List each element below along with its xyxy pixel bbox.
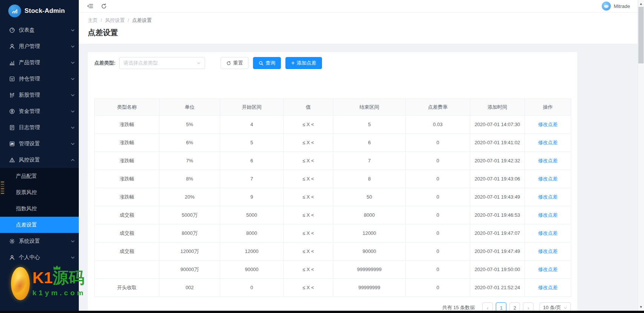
cell-type: 成交额 (95, 224, 159, 242)
edit-spread-link[interactable]: 修改点差 (538, 176, 558, 182)
table-row: 涨跌幅5%4≤ X <50.032020-07-01 14:07:30修改点差 (95, 116, 571, 134)
cell-start: 7 (220, 170, 284, 188)
edge-mini-widget[interactable] (0, 180, 5, 195)
cell-time: 2020-07-01 21:52:24 (470, 279, 525, 297)
cell-start: 90000 (220, 261, 284, 279)
window-bottom-edge (0, 311, 644, 313)
column-header: 点差费率 (406, 99, 470, 116)
edit-spread-link[interactable]: 修改点差 (538, 158, 558, 163)
cell-type: 成交额 (95, 206, 159, 224)
cell-type: 成交额 (95, 242, 159, 261)
edit-spread-link[interactable]: 修改点差 (538, 248, 558, 254)
cell-type: 涨跌幅 (95, 134, 159, 152)
cell-fee: 0 (406, 224, 470, 242)
column-header: 开始区间 (220, 99, 284, 116)
cell-unit: 90000万 (159, 261, 220, 279)
cell-start: 4 (220, 116, 284, 134)
column-header: 值 (284, 99, 333, 116)
breadcrumb-home[interactable]: 主页 (88, 17, 98, 23)
sidebar-subitem-spread-settings[interactable]: 点差设置 (0, 217, 79, 233)
scroll-down-arrow-icon[interactable]: ▼ (638, 304, 644, 310)
edit-spread-link[interactable]: 修改点差 (538, 194, 558, 200)
cell-unit: 8% (159, 170, 220, 188)
cell-cond: ≤ X < (284, 170, 333, 188)
sidebar-item-dashboard[interactable]: 仪表盘 (0, 22, 79, 38)
cell-action: 修改点差 (525, 152, 571, 170)
cell-time: 2020-07-01 19:43:06 (470, 170, 525, 188)
column-header: 单位 (159, 99, 220, 116)
chevron-down-icon (71, 239, 75, 244)
sidebar-item-profile[interactable]: 个人中心 (0, 249, 79, 265)
cell-end: 7 (333, 152, 406, 170)
search-button[interactable]: 查询 (253, 57, 281, 69)
reset-button[interactable]: 重置 (221, 57, 248, 69)
sidebar-item-users[interactable]: 用户管理 (0, 38, 79, 54)
refresh-icon[interactable] (100, 2, 107, 10)
cell-end: 12000 (333, 224, 406, 242)
cell-cond: ≤ X < (284, 242, 333, 261)
spread-table: 类型名称单位开始区间值结束区间点差费率添加时间操作 涨跌幅5%4≤ X <50.… (94, 99, 571, 297)
cell-fee: 0 (406, 188, 470, 206)
cell-unit: 6% (159, 134, 220, 152)
breadcrumb-risk-settings[interactable]: 风控设置 (105, 17, 125, 23)
collapse-sidebar-icon[interactable] (86, 2, 94, 10)
cell-action: 修改点差 (525, 134, 571, 152)
table-row: 涨跌幅20%9≤ X <5002020-07-01 19:43:49修改点差 (95, 188, 571, 206)
edit-spread-link[interactable]: 修改点差 (538, 212, 558, 218)
cell-fee: 0 (406, 170, 470, 188)
cell-end: 90000 (333, 242, 406, 261)
cell-action: 修改点差 (525, 116, 571, 134)
users-icon (9, 43, 15, 49)
column-header: 类型名称 (95, 99, 159, 116)
user-avatar[interactable] (602, 2, 611, 11)
sidebar-subitem-stock-risk[interactable]: 股票风控 (0, 184, 79, 200)
cell-end: 50 (333, 188, 406, 206)
cell-unit: 8000万 (159, 224, 220, 242)
column-header: 操作 (525, 99, 571, 116)
cell-fee: 0 (406, 134, 470, 152)
sidebar-item-funds[interactable]: 资金管理 (0, 103, 79, 119)
chevron-down-icon (563, 306, 567, 310)
app-title: Stock-Admin (25, 7, 65, 15)
edit-spread-link[interactable]: 修改点差 (538, 230, 558, 236)
edit-spread-link[interactable]: 修改点差 (538, 122, 558, 127)
cell-end: 8 (333, 170, 406, 188)
sidebar-item-risk-settings[interactable]: 风控设置 (0, 152, 79, 168)
sidebar-item-system-settings[interactable]: 系统设置 (0, 233, 79, 249)
filter-bar: 点差类型: 请选择点差类型 重置 查询 + 添加点差 (94, 57, 571, 69)
ipo-candles-icon (9, 92, 15, 98)
edit-spread-link[interactable]: 修改点差 (538, 285, 558, 290)
column-header: 结束区间 (333, 99, 406, 116)
edit-spread-link[interactable]: 修改点差 (538, 140, 558, 145)
cell-fee: 0 (406, 261, 470, 279)
funds-dollar-icon (9, 108, 15, 114)
stock-logo-icon (8, 5, 21, 17)
scrollbar-thumb[interactable] (638, 7, 644, 63)
username[interactable]: Mitrade (614, 3, 630, 9)
edit-spread-link[interactable]: 修改点差 (538, 267, 558, 272)
sidebar-subitem-index-risk[interactable]: 指数风控 (0, 200, 79, 217)
cell-time: 2020-07-01 19:50:00 (470, 261, 525, 279)
scroll-up-arrow-icon[interactable]: ▲ (638, 1, 644, 7)
k1ym-watermark: K1源码 k1ym.com (9, 263, 84, 305)
sidebar-item-products[interactable]: 产品管理 (0, 54, 79, 71)
sidebar-item-logs[interactable]: 日志管理 (0, 119, 79, 136)
sidebar-subitem-product-config[interactable]: 产品配置 (0, 168, 79, 184)
sidebar-item-positions[interactable]: 持仓管理 (0, 71, 79, 87)
vertical-scrollbar[interactable]: ▲ ▼ (638, 0, 644, 313)
cell-end: 99999999 (333, 279, 406, 297)
table-row: 涨跌幅8%7≤ X <802020-07-01 19:43:06修改点差 (95, 170, 571, 188)
cell-cond: ≤ X < (284, 206, 333, 224)
add-spread-button[interactable]: + 添加点差 (285, 57, 322, 69)
logs-doc-icon (9, 125, 15, 131)
spread-type-select[interactable]: 请选择点差类型 (119, 57, 205, 69)
sidebar-item-admin-settings[interactable]: 管理设置 (0, 136, 79, 152)
sidebar-submenu: 产品配置股票风控指数风控点差设置 (0, 168, 79, 233)
watermark-domain: k1ym.com (32, 289, 86, 297)
chevron-up-icon (71, 158, 75, 162)
sidebar-item-ipo[interactable]: 新股管理 (0, 87, 79, 103)
cell-time: 2020-07-01 14:07:30 (470, 116, 525, 134)
main-area: Mitrade 主页/风控设置/点差设置 点差设置 点差类型: 请选择点差类型 … (79, 0, 638, 313)
content-card: 点差类型: 请选择点差类型 重置 查询 + 添加点差 (88, 52, 577, 313)
column-header: 添加时间 (470, 99, 525, 116)
